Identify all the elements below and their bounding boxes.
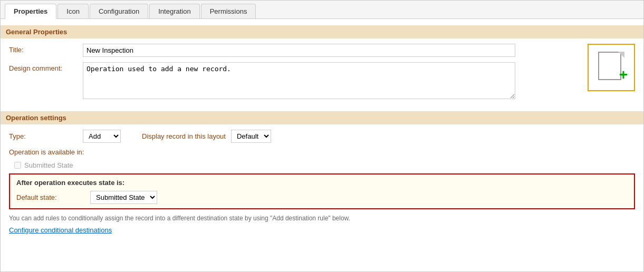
after-operation-header: After operation executes state is: bbox=[16, 179, 628, 187]
configure-link[interactable]: Configure conditional destinations bbox=[9, 226, 112, 234]
content-area: General Properties Title: Design comment… bbox=[1, 19, 643, 240]
doc-icon: + bbox=[598, 52, 624, 83]
tab-icon[interactable]: Icon bbox=[57, 4, 89, 18]
title-field-wrapper bbox=[83, 44, 577, 57]
document-icon-area[interactable]: + bbox=[588, 44, 635, 91]
info-text: You can add rules to conditionally assig… bbox=[9, 215, 635, 222]
available-in-label: Operation is available in: bbox=[9, 148, 635, 156]
page-container: Properties Icon Configuration Integratio… bbox=[0, 0, 644, 272]
submitted-state-checkbox-label: Submitted State bbox=[24, 161, 73, 169]
tab-properties[interactable]: Properties bbox=[5, 4, 56, 19]
type-label: Type: bbox=[9, 132, 83, 140]
after-operation-section: After operation executes state is: Defau… bbox=[9, 173, 635, 209]
title-label: Title: bbox=[9, 44, 83, 54]
tab-permissions[interactable]: Permissions bbox=[201, 4, 256, 18]
submitted-state-checkbox-row: Submitted State bbox=[9, 161, 635, 169]
tab-configuration[interactable]: Configuration bbox=[90, 4, 148, 18]
general-properties-fields: Title: Design comment: Operation used to… bbox=[9, 44, 577, 106]
submitted-state-checkbox[interactable] bbox=[14, 162, 21, 169]
plus-icon: + bbox=[619, 67, 628, 82]
display-record-label: Display record in this layout bbox=[142, 132, 226, 140]
display-record-dropdown[interactable]: Default bbox=[231, 130, 271, 143]
default-state-label: Default state: bbox=[16, 193, 90, 201]
title-input[interactable] bbox=[83, 44, 515, 57]
title-row: Title: bbox=[9, 44, 577, 57]
tab-integration[interactable]: Integration bbox=[149, 4, 199, 18]
general-properties-wrapper: Title: Design comment: Operation used to… bbox=[9, 44, 635, 106]
default-state-dropdown[interactable]: Submitted State Draft State bbox=[90, 191, 157, 204]
general-properties-header: General Properties bbox=[1, 25, 643, 38]
design-comment-row: Design comment: Operation used to add a … bbox=[9, 62, 577, 101]
design-comment-textarea[interactable]: Operation used to add a new record. bbox=[83, 62, 515, 99]
design-comment-field-wrapper: Operation used to add a new record. bbox=[83, 62, 577, 101]
tab-bar: Properties Icon Configuration Integratio… bbox=[1, 1, 643, 19]
design-comment-label: Design comment: bbox=[9, 62, 83, 72]
doc-fold bbox=[618, 52, 624, 58]
default-state-row: Default state: Submitted State Draft Sta… bbox=[16, 191, 628, 204]
operation-settings-header: Operation settings bbox=[1, 111, 643, 124]
type-row: Type: Add Edit Delete View Display recor… bbox=[9, 130, 635, 143]
type-dropdown[interactable]: Add Edit Delete View bbox=[83, 130, 121, 143]
